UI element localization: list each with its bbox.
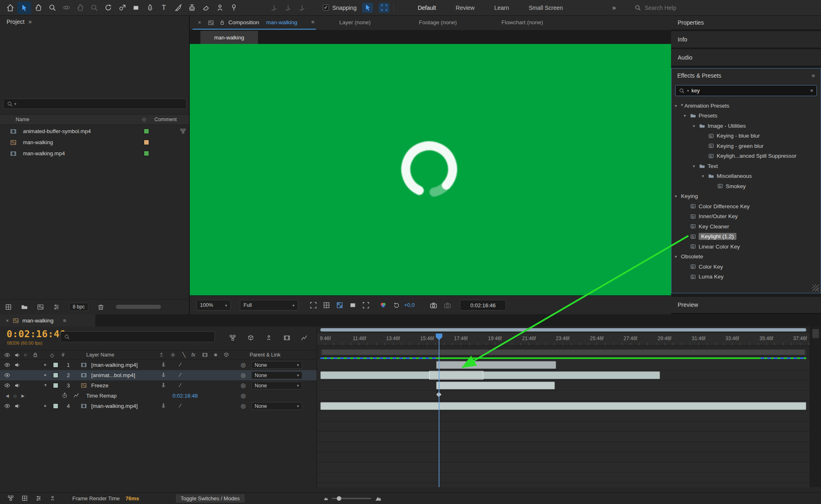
eye-icon[interactable] [4, 372, 10, 378]
speaker-icon[interactable] [14, 403, 20, 409]
pan-camera-tool[interactable] [73, 2, 87, 14]
layer-row-4[interactable]: ▸ 4 [man-walking.mp4] ∕ ◎ None▾ [0, 401, 317, 411]
label-color-chip[interactable] [144, 140, 149, 145]
label-color-chip[interactable] [144, 151, 149, 156]
project-item-name[interactable]: man-walking [23, 139, 53, 145]
timeline-tab[interactable]: × man-walking ≡ [0, 314, 95, 327]
properties-panel-header[interactable]: Properties [678, 19, 704, 26]
help-search-input[interactable] [644, 5, 718, 11]
dolly-camera-tool[interactable] [87, 2, 101, 14]
quality-switch-column-icon[interactable]: ╲ [182, 352, 186, 358]
graph-icon[interactable] [73, 392, 79, 398]
snap-along-edges-icon[interactable] [362, 3, 373, 13]
frame-blend-switch-column-icon[interactable] [202, 352, 208, 358]
work-area-bar[interactable] [320, 350, 806, 355]
panel-menu-icon[interactable]: ≡ [311, 19, 315, 25]
label-color-chip[interactable] [144, 129, 149, 134]
time-ruler[interactable]: 9:46f 11:46f 13:46f 15:46f 17:46f 19:46f… [317, 333, 810, 345]
layer-bar-3[interactable] [436, 382, 555, 389]
draft-3d-icon[interactable] [245, 333, 256, 343]
effects-presets-header[interactable]: Effects & Presets [677, 72, 721, 79]
layer-bar-4[interactable] [320, 402, 806, 410]
region-of-interest-icon[interactable] [361, 300, 371, 311]
layer-row-3[interactable]: ▾ 3 Freeze ∕ ◎ None▾ [0, 380, 317, 391]
info-panel-header[interactable]: Info [678, 36, 687, 43]
zoom-in-mountain-icon[interactable] [375, 495, 382, 502]
time-remap-value[interactable]: 0:02:16:48 [172, 393, 198, 399]
column-name[interactable]: Name [16, 117, 29, 122]
effects-search[interactable]: ▾ × [675, 85, 817, 96]
tab-flowchart[interactable]: Flowchart (none) [501, 19, 543, 25]
parent-link-dropdown[interactable]: None▾ [251, 382, 302, 389]
workspace-learn[interactable]: Learn [494, 5, 509, 11]
speaker-icon[interactable] [14, 382, 20, 389]
preset-keylight-spill-suppressor[interactable]: Keyligh...anced Spill Suppressor [672, 151, 821, 161]
speaker-icon[interactable] [14, 362, 20, 368]
project-tab[interactable]: Project [7, 18, 25, 25]
project-search[interactable]: ▾ [3, 99, 186, 109]
anchor-switch-icon[interactable] [161, 382, 166, 388]
project-search-input[interactable] [18, 101, 174, 107]
label-color-chip[interactable] [53, 383, 58, 388]
effect-linear-color-key[interactable]: Linear Color Key [672, 242, 821, 252]
show-snapshot-icon[interactable] [442, 300, 453, 311]
current-time-display[interactable]: 0:02:16:46 [7, 329, 65, 339]
effect-key-cleaner[interactable]: Key Cleaner [672, 221, 821, 232]
local-axis-mode-icon[interactable] [267, 2, 281, 14]
project-item-row[interactable]: man-walking [0, 137, 189, 148]
expand-arrow-icon[interactable]: ▸ [44, 372, 47, 377]
expand-arrow-icon[interactable]: ▸ [44, 403, 47, 408]
3d-switch-column-icon[interactable] [223, 352, 229, 358]
type-tool[interactable]: T [157, 2, 171, 14]
pick-whip-icon[interactable]: ◎ [241, 382, 246, 389]
project-item-name[interactable]: animated-buffer-symbol.mp4 [23, 128, 91, 134]
pick-whip-icon[interactable]: ◎ [241, 403, 246, 409]
mask-visibility-icon[interactable] [347, 300, 358, 311]
quality-switch-icon[interactable]: ∕ [180, 372, 181, 378]
pen-tool[interactable] [143, 2, 157, 14]
label-color-chip[interactable] [53, 403, 58, 409]
transfer-controls-pane-icon[interactable] [35, 495, 42, 502]
new-composition-icon[interactable] [37, 304, 44, 311]
preset-keying-blue-blur[interactable]: Keying - blue blur [672, 131, 821, 141]
tree-folder-image-utilities[interactable]: ▾Image - Utilities [672, 121, 821, 131]
tree-folder-presets[interactable]: ▾Presets [672, 111, 821, 121]
add-keyframe-icon[interactable]: ◇ [14, 394, 17, 398]
layer-name-column[interactable]: Layer Name [86, 352, 114, 358]
workspace-overflow-chevrons[interactable]: » [612, 4, 616, 12]
color-depth-button[interactable]: 8 bpc [69, 303, 88, 311]
clear-search-icon[interactable]: × [810, 87, 813, 94]
quality-switch-icon[interactable]: ∕ [180, 382, 181, 388]
next-keyframe-icon[interactable]: ▶ [21, 394, 25, 398]
tab-layer[interactable]: Layer (none) [339, 19, 371, 25]
comp-network-icon[interactable] [7, 495, 14, 502]
expand-arrow-icon[interactable]: ▸ [44, 362, 47, 367]
pan-behind-tool[interactable] [115, 2, 129, 14]
in-out-pane-icon[interactable] [49, 495, 56, 502]
magnification-dropdown[interactable]: 100%▾ [196, 300, 231, 311]
home-icon[interactable] [3, 2, 17, 14]
layer-bar-2[interactable] [320, 371, 660, 379]
time-remap-label[interactable]: Time Remap [86, 393, 117, 399]
workspace-review[interactable]: Review [456, 5, 475, 11]
tree-group-animation-presets[interactable]: ▾* Animation Presets [672, 101, 821, 111]
lock-icon[interactable] [219, 20, 225, 25]
grid-guides-icon[interactable] [321, 300, 332, 311]
reset-exposure-icon[interactable] [391, 300, 402, 311]
exposure-value[interactable]: +0,0 [404, 302, 415, 308]
timeline-vertical-scrollbar[interactable] [810, 327, 821, 487]
scrollbar-thumb[interactable] [812, 329, 819, 338]
roto-brush-tool[interactable] [213, 2, 227, 14]
effects-switch-column-icon[interactable]: fx [191, 352, 195, 358]
comp-mini-flowchart-icon[interactable] [227, 333, 238, 343]
preset-keying-green-blur[interactable]: Keying - green blur [672, 141, 821, 151]
time-navigator-bar[interactable] [320, 328, 806, 331]
rotation-tool[interactable] [101, 2, 115, 14]
motion-blur-switch-column-icon[interactable] [213, 352, 218, 358]
new-folder-icon[interactable] [21, 304, 28, 311]
delete-item-icon[interactable] [97, 304, 104, 311]
parent-link-dropdown[interactable]: None▾ [251, 361, 302, 369]
audio-panel-header[interactable]: Audio [678, 54, 692, 61]
pick-whip-icon[interactable]: ◎ [241, 372, 246, 378]
project-column-headers[interactable]: Name ◇ Comment [0, 114, 189, 125]
